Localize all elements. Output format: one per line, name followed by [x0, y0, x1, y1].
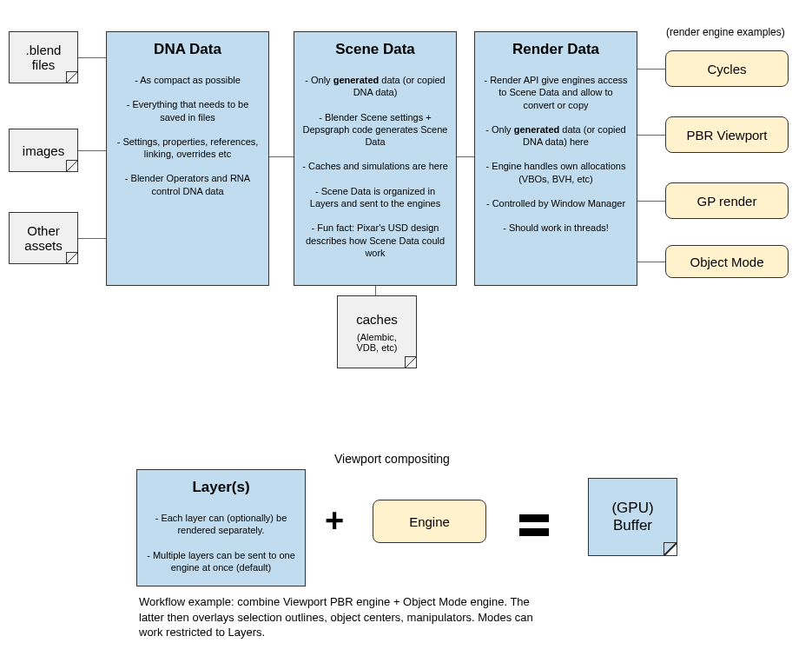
box-item: - Fun fact: Pixar's USD design describes…: [301, 222, 449, 259]
box-title: Scene Data: [301, 41, 449, 58]
connector: [78, 150, 106, 151]
engine-generic: Engine: [373, 500, 486, 543]
box-title: Layer(s): [144, 479, 298, 496]
plus-icon: +: [325, 502, 344, 540]
connector: [637, 135, 665, 136]
connector: [637, 69, 665, 70]
render-data-box: Render Data - Render API give engines ac…: [474, 31, 637, 286]
dna-data-box: DNA Data - As compact as possible - Ever…: [106, 31, 269, 286]
engine-label: GP render: [697, 194, 757, 209]
engine-label: Cycles: [707, 62, 746, 76]
engine-label: Object Mode: [690, 255, 763, 269]
box-item: - Engine handles own allocations (VBOs, …: [482, 160, 630, 185]
engine-object-mode: Object Mode: [665, 245, 789, 278]
file-box-other: Other assets: [9, 212, 78, 264]
connector: [457, 156, 474, 157]
file-box-blend: .blend files: [9, 31, 78, 83]
viewport-compositing-title: Viewport compositing: [334, 452, 450, 466]
connector: [637, 201, 665, 202]
file-box-images: images: [9, 129, 78, 172]
box-item: - Controlled by Window Manager: [482, 197, 630, 209]
box-title: DNA Data: [114, 41, 261, 58]
file-box-label: images: [17, 143, 70, 158]
connector: [375, 286, 376, 295]
box-item: - Settings, properties, references, link…: [114, 136, 261, 161]
box-item: - Scene Data is organized in Layers and …: [301, 185, 449, 210]
box-item: - Caches and simulations are here: [301, 160, 449, 172]
box-item: - Everything that needs to be saved in f…: [114, 98, 261, 123]
engine-gp: GP render: [665, 182, 789, 219]
caches-box: caches (Alembic, VDB, etc): [337, 295, 417, 368]
engine-cycles: Cycles: [665, 50, 789, 87]
connector: [78, 238, 106, 239]
box-item: - Blender Operators and RNA control DNA …: [114, 172, 261, 197]
box-item: - Multiple layers can be sent to one eng…: [144, 549, 298, 574]
box-item: - Only generated data (or copied DNA dat…: [482, 123, 630, 149]
box-title: Render Data: [482, 41, 630, 58]
box-item: - Only generated data (or copied DNA dat…: [301, 74, 449, 99]
engine-pbr: PBR Viewport: [665, 116, 789, 153]
engine-label: Engine: [409, 514, 450, 529]
file-box-label: .blend files: [17, 43, 70, 72]
box-item: - Blender Scene settings + Depsgraph cod…: [301, 111, 449, 149]
caches-subtitle: (Alembic, VDB, etc): [345, 332, 409, 353]
gpu-buffer-label: (GPU) Buffer: [596, 500, 670, 534]
scene-data-box: Scene Data - Only generated data (or cop…: [294, 31, 457, 286]
gpu-buffer-box: (GPU) Buffer: [588, 478, 677, 556]
box-item: - Each layer can (optionally) be rendere…: [144, 512, 298, 537]
engine-examples-label: (render engine examples): [666, 26, 785, 38]
engine-label: PBR Viewport: [686, 128, 767, 142]
connector: [78, 57, 106, 58]
box-item: - As compact as possible: [114, 74, 261, 86]
layers-box: Layer(s) - Each layer can (optionally) b…: [136, 469, 306, 586]
connector: [637, 262, 665, 262]
equals-icon: [519, 508, 549, 542]
file-box-label: Other assets: [17, 223, 70, 253]
box-item: - Should work in threads!: [482, 222, 630, 234]
connector: [269, 156, 294, 157]
box-item: - Render API give engines access to Scen…: [482, 74, 630, 111]
caches-title: caches: [345, 312, 409, 327]
workflow-text: Workflow example: combine Viewport PBR e…: [139, 594, 556, 640]
